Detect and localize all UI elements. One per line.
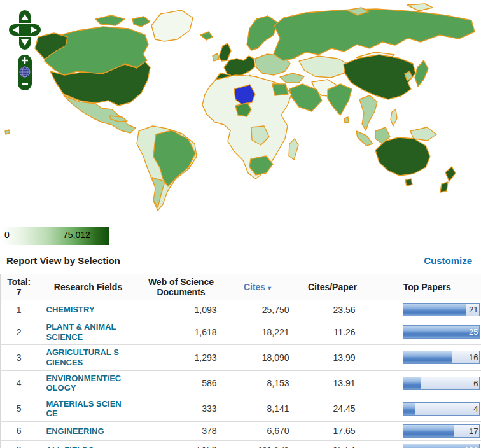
table-row: 5 MATERIALS SCIENCE 333 8,141 24.45 4 [1, 396, 481, 421]
row-rank: 1 [1, 300, 38, 319]
country[interactable] [272, 84, 288, 95]
col-header-cites[interactable]: Cites ▾ [223, 274, 292, 300]
country[interactable] [247, 16, 277, 50]
research-field-link[interactable]: MATERIALS SCIENCE [46, 399, 123, 419]
row-rank: 4 [1, 370, 38, 396]
sort-desc-icon: ▾ [268, 284, 271, 291]
country[interactable] [344, 55, 415, 99]
table-row: 6 ENGINEERING 378 6,670 17.65 17 [1, 421, 481, 440]
row-rank: 5 [1, 396, 38, 421]
country[interactable] [289, 139, 298, 160]
country[interactable] [151, 10, 193, 41]
research-field-link[interactable]: CHEMISTRY [46, 305, 95, 315]
page-title: Report View by Selection [6, 255, 120, 266]
legend-gradient: 0 75,012 [2, 227, 109, 245]
report-header-bar: Report View by Selection Customize [0, 249, 481, 274]
row-rank: 3 [1, 345, 38, 370]
top-papers-bar-fill [403, 351, 452, 363]
row-cites: 111,171 [223, 440, 292, 448]
country[interactable] [407, 4, 433, 11]
top-papers-bar: 17 [403, 424, 480, 438]
total-header: Total: 7 [1, 274, 38, 300]
table-row: 4 ENVIRONMENT/ECOLOGY 586 8,153 13.91 6 [1, 370, 481, 396]
col-header-top-papers[interactable]: Top Papers [373, 274, 481, 300]
country[interactable] [440, 182, 448, 192]
top-papers-value: 6 [473, 379, 478, 388]
total-label: Total: [2, 277, 36, 287]
top-papers-bar: 25 [403, 325, 480, 339]
top-papers-bar: 101 [403, 444, 480, 448]
research-field-link[interactable]: PLANT & ANIMAL SCIENCE [46, 322, 123, 342]
country[interactable] [445, 167, 456, 181]
country[interactable] [328, 84, 352, 115]
country[interactable] [415, 60, 428, 87]
top-papers-bar: 21 [403, 303, 480, 316]
country[interactable] [375, 137, 430, 176]
country[interactable] [299, 56, 347, 78]
report-table: Total: 7 Research Fields Web of Science … [0, 274, 481, 448]
top-papers-value: 17 [469, 426, 478, 436]
top-papers-bar-fill [403, 377, 422, 389]
row-cites: 8,141 [223, 396, 292, 421]
row-rank: 6 [1, 421, 38, 440]
table-row: 3 AGRICULTURAL SCIENCES 1,293 18,090 13.… [1, 345, 481, 370]
country[interactable] [132, 17, 150, 27]
legend-max-label: 75,012 [63, 230, 90, 240]
country[interactable] [5, 130, 10, 134]
country[interactable] [213, 53, 219, 61]
table-header-row: Total: 7 Research Fields Web of Science … [1, 274, 481, 300]
country[interactable] [95, 15, 125, 25]
globe-icon[interactable] [20, 67, 30, 77]
top-papers-value: 16 [469, 353, 478, 362]
row-cites: 18,221 [223, 319, 292, 345]
zoom-control[interactable] [18, 55, 32, 90]
research-field-link[interactable]: AGRICULTURAL SCIENCES [46, 347, 123, 367]
country[interactable] [280, 73, 304, 83]
row-docs: 1,093 [139, 300, 223, 319]
row-cites-per-paper: 17.65 [292, 421, 373, 440]
row-cites: 25,750 [223, 300, 292, 319]
top-papers-bar-fill [403, 403, 415, 415]
row-docs: 378 [139, 421, 223, 440]
customize-link[interactable]: Customize [424, 255, 472, 266]
table-row: 0 ALL FIELDS 7,153 111,171 15.54 101 [1, 440, 481, 448]
row-rank: 0 [1, 440, 38, 448]
row-docs: 1,618 [139, 319, 223, 345]
pan-control[interactable] [8, 10, 41, 50]
top-papers-value: 25 [469, 327, 478, 337]
table-row: 1 CHEMISTRY 1,093 25,750 23.56 21 [1, 300, 481, 319]
col-header-research-fields[interactable]: Research Fields [38, 274, 139, 300]
top-papers-bar-fill [403, 326, 479, 338]
row-cites-per-paper: 15.54 [292, 440, 373, 448]
world-map[interactable] [0, 0, 481, 223]
row-docs: 333 [139, 396, 223, 421]
col-header-cites-per-paper[interactable]: Cites/Paper [292, 274, 373, 300]
country[interactable] [405, 179, 412, 186]
research-field-link[interactable]: ALL FIELDS [46, 445, 94, 448]
row-docs: 1,293 [139, 345, 223, 370]
top-papers-bar: 16 [403, 351, 480, 364]
top-papers-bar: 4 [403, 402, 480, 416]
country[interactable] [219, 43, 231, 61]
top-papers-value: 21 [469, 305, 478, 314]
choropleth-map-section: 0 75,012 [0, 0, 481, 249]
country[interactable] [200, 32, 213, 40]
row-cites: 8,153 [223, 370, 292, 396]
row-cites-per-paper: 24.45 [292, 396, 373, 421]
top-papers-bar-fill [403, 425, 455, 437]
legend-min-label: 0 [4, 230, 10, 240]
row-cites: 6,670 [223, 421, 292, 440]
col-header-wos-documents[interactable]: Web of Science Documents [139, 274, 223, 300]
map-controls [0, 0, 51, 95]
country[interactable] [359, 95, 377, 130]
country[interactable] [344, 117, 349, 123]
table-row: 2 PLANT & ANIMAL SCIENCE 1,618 18,221 11… [1, 319, 481, 345]
research-field-link[interactable]: ENGINEERING [46, 426, 104, 437]
row-cites-per-paper: 11.26 [292, 319, 373, 345]
top-papers-value: 101 [464, 445, 478, 448]
country[interactable] [356, 131, 373, 146]
row-cites: 18,090 [223, 345, 292, 370]
country[interactable] [391, 109, 397, 126]
row-docs: 7,153 [139, 440, 223, 448]
research-field-link[interactable]: ENVIRONMENT/ECOLOGY [46, 374, 123, 393]
